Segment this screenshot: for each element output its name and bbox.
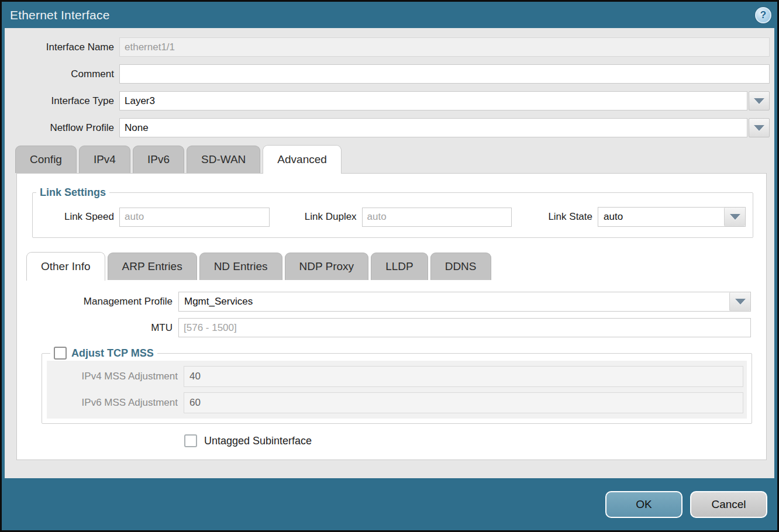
untagged-subinterface-row: Untagged Subinterface [184, 434, 758, 447]
mtu-label: MTU [25, 322, 178, 334]
ipv4-mss-input [184, 366, 743, 387]
management-profile-select[interactable]: Mgmt_Services [178, 292, 751, 312]
ipv6-mss-label: IPv6 MSS Adjustment [50, 397, 184, 409]
interface-name-label: Interface Name [9, 42, 119, 53]
link-duplex-input[interactable] [362, 208, 512, 227]
link-state-select[interactable]: auto [598, 207, 746, 227]
advanced-tab-panel: Link Settings Link Speed Link Duplex Lin… [16, 173, 767, 460]
interface-type-value[interactable] [119, 91, 747, 110]
netflow-profile-label: Netflow Profile [9, 122, 119, 134]
untagged-subinterface-label: Untagged Subinterface [204, 435, 312, 447]
cancel-button[interactable]: Cancel [690, 491, 767, 518]
tab-config[interactable]: Config [15, 146, 77, 173]
comment-row: Comment [9, 64, 770, 84]
link-settings-legend: Link Settings [36, 186, 109, 199]
adjust-tcp-mss-checkbox[interactable] [54, 347, 67, 360]
chevron-down-icon [754, 98, 764, 104]
link-settings-fieldset: Link Settings Link Speed Link Duplex Lin… [32, 186, 753, 238]
management-profile-dropdown-button[interactable] [729, 292, 750, 311]
dialog-footer: OK Cancel [2, 478, 777, 530]
help-icon[interactable]: ? [755, 7, 771, 23]
link-state-label: Link State [548, 211, 598, 223]
interface-type-label: Interface Type [9, 95, 119, 107]
tab-arp-entries[interactable]: ARP Entries [108, 253, 197, 280]
netflow-profile-value[interactable] [119, 118, 747, 137]
interface-type-row: Interface Type [9, 91, 770, 110]
mtu-input[interactable] [178, 318, 751, 337]
tab-sdwan[interactable]: SD-WAN [187, 146, 260, 173]
chevron-down-icon [735, 299, 746, 305]
adjust-tcp-mss-fieldset: Adjust TCP MSS IPv4 MSS Adjustment IPv6 … [42, 347, 752, 424]
chevron-down-icon [730, 214, 740, 220]
chevron-down-icon [754, 125, 764, 131]
untagged-subinterface-checkbox[interactable] [184, 434, 197, 447]
tab-ipv4[interactable]: IPv4 [79, 146, 130, 173]
netflow-profile-row: Netflow Profile [9, 118, 770, 137]
tab-advanced[interactable]: Advanced [263, 145, 342, 174]
ipv6-mss-input [184, 392, 743, 413]
dialog-body: Interface Name Comment Interface Type Ne… [5, 28, 774, 478]
interface-type-dropdown-button[interactable] [749, 91, 770, 110]
tab-other-info[interactable]: Other Info [26, 252, 105, 281]
main-tabs: Config IPv4 IPv6 SD-WAN Advanced [9, 145, 770, 173]
tab-nd-entries[interactable]: ND Entries [199, 253, 282, 280]
interface-name-row: Interface Name [9, 37, 770, 57]
dialog-titlebar: Ethernet Interface ? [2, 2, 777, 28]
ipv4-mss-row: IPv4 MSS Adjustment [50, 366, 743, 387]
ok-button[interactable]: OK [605, 491, 683, 518]
comment-input[interactable] [119, 64, 770, 84]
management-profile-label: Management Profile [25, 296, 178, 308]
mtu-row: MTU [25, 318, 758, 337]
tab-ndp-proxy[interactable]: NDP Proxy [285, 253, 369, 280]
ipv4-mss-label: IPv4 MSS Adjustment [50, 371, 184, 382]
management-profile-row: Management Profile Mgmt_Services [25, 292, 758, 312]
tab-ddns[interactable]: DDNS [430, 253, 491, 280]
dialog-title: Ethernet Interface [10, 8, 110, 22]
other-info-tabs: Other Info ARP Entries ND Entries NDP Pr… [25, 252, 758, 280]
link-speed-input[interactable] [119, 208, 270, 227]
comment-label: Comment [9, 68, 119, 80]
adjust-tcp-mss-legend: Adjust TCP MSS [71, 347, 154, 360]
tab-lldp[interactable]: LLDP [371, 253, 428, 280]
link-state-value: auto [598, 208, 724, 226]
netflow-profile-dropdown-button[interactable] [749, 118, 770, 137]
interface-name-input [119, 37, 770, 57]
link-duplex-label: Link Duplex [305, 211, 362, 223]
tab-ipv6[interactable]: IPv6 [133, 146, 184, 173]
link-state-dropdown-button[interactable] [724, 208, 745, 226]
mss-disabled-panel: IPv4 MSS Adjustment IPv6 MSS Adjustment [47, 361, 747, 419]
link-speed-label: Link Speed [33, 211, 119, 223]
ipv6-mss-row: IPv6 MSS Adjustment [50, 392, 743, 413]
management-profile-value: Mgmt_Services [179, 292, 729, 311]
